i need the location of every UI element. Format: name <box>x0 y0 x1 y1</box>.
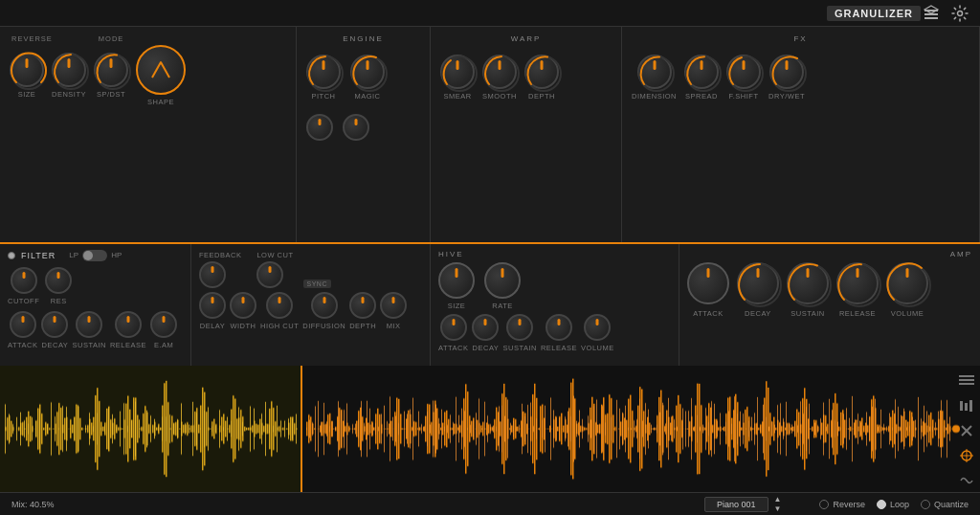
filter-attack-knob[interactable] <box>10 311 36 338</box>
filter-sustain-knob[interactable] <box>76 311 102 338</box>
amp-decay-group <box>737 262 779 304</box>
filter-title: FILTER <box>21 251 56 260</box>
filter-release-knob[interactable] <box>115 311 142 338</box>
amp-volume-knob[interactable] <box>886 262 928 304</box>
hive-rate-knob[interactable] <box>484 262 521 299</box>
hive-sustain-knob[interactable] <box>506 314 533 341</box>
engine-knob3[interactable] <box>306 114 333 141</box>
mix-delay-knob[interactable] <box>380 292 407 319</box>
cutoff-knob[interactable] <box>11 267 37 294</box>
settings-icon[interactable] <box>949 3 970 24</box>
smooth-knob[interactable] <box>482 55 517 89</box>
delay-label: DELAY <box>200 322 226 330</box>
res-knob[interactable] <box>45 267 72 294</box>
layers-icon[interactable] <box>921 3 942 24</box>
hive-section: HIVE SIZE RATE ATTACK DEC <box>431 244 679 366</box>
amp-section: AMP <box>679 244 980 366</box>
amp-volume-group <box>886 262 928 304</box>
dimension-knob-group: DIMENSION <box>632 55 677 101</box>
app-title: GRANULIZER <box>827 6 921 21</box>
spread-knob[interactable] <box>684 55 719 89</box>
engine-knob4[interactable] <box>343 114 369 141</box>
granulizer-section: REVERSE MODE SIZE <box>0 27 297 242</box>
filter-decay-knob[interactable] <box>41 311 68 338</box>
bars-icon[interactable] <box>957 396 976 415</box>
lp-label: LP <box>69 251 78 259</box>
hive-attack-group: ATTACK <box>438 314 468 352</box>
pitch-knob[interactable] <box>306 55 341 89</box>
hive-attack-knob[interactable] <box>440 314 467 341</box>
filter-eam-knob[interactable] <box>150 311 177 338</box>
filter-decay-group: DECAY <box>41 311 68 349</box>
density-knob[interactable] <box>52 53 86 87</box>
feedback-knob[interactable] <box>199 261 226 288</box>
spdst-knob-group: SP/DST <box>94 53 128 99</box>
amp-decay-knob[interactable] <box>737 262 779 304</box>
waveform-area[interactable] <box>0 366 980 493</box>
bottom-bar: Mix: 40.5% Piano 001 ▲ ▼ Reverse Loop Qu… <box>0 492 980 515</box>
svg-rect-22 <box>959 379 974 381</box>
svg-point-7 <box>96 55 130 89</box>
depth-warp-knob[interactable] <box>524 55 559 89</box>
amp-attack-group <box>687 262 729 304</box>
magic-knob[interactable] <box>350 55 385 89</box>
fshift-knob-group: F.SHIFT <box>726 55 761 101</box>
amp-release-label: RELEASE <box>836 309 879 318</box>
pitch-knob-group: PITCH <box>306 55 341 101</box>
amp-release-knob[interactable] <box>836 262 879 304</box>
filter-led[interactable] <box>8 252 15 259</box>
lowcut-knob[interactable] <box>256 261 283 288</box>
fshift-knob[interactable] <box>726 55 761 89</box>
hive-sustain-group: SUSTAIN <box>502 314 536 352</box>
filter-section: FILTER LP HP CUTOFF RES <box>0 244 191 366</box>
size-knob[interactable] <box>10 53 44 87</box>
preset-arrows[interactable]: ▲ ▼ <box>774 495 782 513</box>
quantize-control: Quantize <box>921 500 969 509</box>
hive-release-knob[interactable] <box>546 314 572 341</box>
engine-k3-group <box>306 114 333 141</box>
highcut-label: HIGH CUT <box>260 322 299 330</box>
width-knob[interactable] <box>230 292 256 319</box>
reverse-radio[interactable] <box>819 500 829 509</box>
filter-eam-group: E.AM <box>150 311 177 349</box>
hive-size-knob[interactable] <box>438 262 475 299</box>
warp-title: WARP <box>440 34 612 43</box>
hive-attack-label: ATTACK <box>438 344 468 352</box>
drywet-knob[interactable] <box>769 55 804 89</box>
amp-sustain-label: SUSTAIN <box>787 309 829 318</box>
amp-sustain-knob[interactable] <box>787 262 829 304</box>
delay-section: FEEDBACK LOW CUT SYNC DELAY WI <box>191 244 431 366</box>
wave-icon[interactable] <box>957 471 976 490</box>
fx-title: FX <box>632 34 969 43</box>
zoom-icon[interactable] <box>957 371 976 391</box>
feedback-top-label: FEEDBACK <box>199 251 241 259</box>
close-icon[interactable] <box>957 421 976 440</box>
amp-title: AMP <box>950 250 972 258</box>
hive-size-group: SIZE <box>438 262 475 310</box>
smear-knob[interactable] <box>440 55 475 89</box>
shape-knob[interactable] <box>136 45 186 95</box>
quantize-radio[interactable] <box>921 500 930 509</box>
hp-label: HP <box>111 251 122 259</box>
diffusion-knob[interactable] <box>311 292 338 319</box>
crosshair-icon[interactable] <box>957 446 976 465</box>
smear-knob-group: SMEAR <box>440 55 475 101</box>
sync-button[interactable]: SYNC <box>303 280 331 288</box>
hive-volume-knob[interactable] <box>584 314 611 341</box>
depth-delay-knob[interactable] <box>349 292 376 319</box>
svg-rect-23 <box>959 383 974 385</box>
dimension-knob[interactable] <box>637 55 672 89</box>
hive-decay-knob[interactable] <box>472 314 499 341</box>
lp-hp-switch[interactable] <box>82 250 107 261</box>
depth-delay-knob-group: DEPTH <box>349 292 376 330</box>
svg-rect-21 <box>959 375 974 377</box>
svg-point-12 <box>526 56 561 91</box>
amp-attack-knob[interactable] <box>687 262 729 304</box>
spdst-knob[interactable] <box>94 53 128 87</box>
highcut-knob[interactable] <box>266 292 293 319</box>
gran-top-labels: REVERSE MODE <box>10 34 286 43</box>
loop-radio[interactable] <box>877 500 886 509</box>
mode-label: MODE <box>99 34 124 43</box>
delay-knob[interactable] <box>199 292 226 319</box>
mix-display: Mix: 40.5% <box>11 500 55 509</box>
